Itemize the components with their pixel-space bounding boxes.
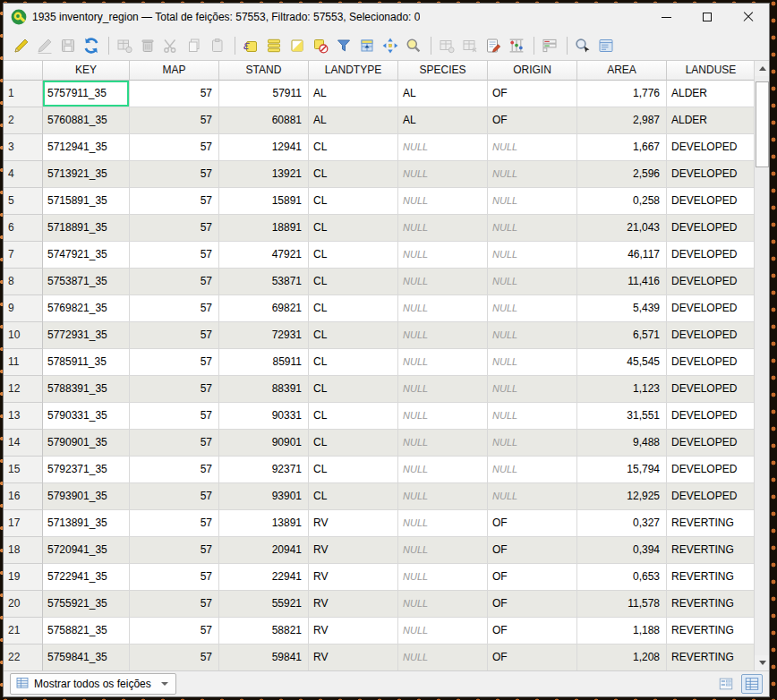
row-number[interactable]: 21 <box>4 618 43 645</box>
zoom-search-button[interactable] <box>572 35 593 56</box>
row-number[interactable]: 12 <box>4 376 43 403</box>
cell-area[interactable]: 46,117 <box>577 242 667 269</box>
cell-landuse[interactable]: DEVELOPED <box>667 269 756 295</box>
cell-map[interactable]: 57 <box>130 81 219 107</box>
cell-landuse[interactable]: DEVELOPED <box>667 430 756 457</box>
cell-landtype[interactable]: CL <box>309 483 398 510</box>
cell-area[interactable]: 6,571 <box>577 322 667 349</box>
row-number[interactable]: 20 <box>4 591 43 618</box>
close-button[interactable] <box>728 4 769 30</box>
cell-map[interactable]: 57 <box>130 483 219 510</box>
select-all-button[interactable] <box>263 35 285 56</box>
column-header-area[interactable]: AREA <box>577 61 667 81</box>
cell-landuse[interactable]: ALDER <box>667 81 756 107</box>
cell-origin[interactable]: OF <box>488 645 577 670</box>
cell-species[interactable]: NULL <box>398 295 488 322</box>
scroll-down-button[interactable] <box>755 655 769 670</box>
cell-key[interactable]: 5760881_35 <box>43 107 130 134</box>
column-header-key[interactable]: KEY <box>43 61 130 81</box>
cell-key[interactable]: 5713921_35 <box>43 161 130 188</box>
cell-stand[interactable]: 12941 <box>219 134 309 161</box>
cell-key[interactable]: 5715891_35 <box>43 188 130 215</box>
cell-species[interactable]: NULL <box>398 269 488 295</box>
vertical-scrollbar[interactable] <box>754 61 769 670</box>
cell-stand[interactable]: 57911 <box>219 81 309 107</box>
cell-key[interactable]: 5793901_35 <box>43 483 130 510</box>
row-number[interactable]: 11 <box>4 349 43 376</box>
cell-stand[interactable]: 55921 <box>219 591 309 618</box>
cell-map[interactable]: 57 <box>130 107 219 134</box>
cell-key[interactable]: 5718891_35 <box>43 215 130 242</box>
cell-area[interactable]: 21,043 <box>577 215 667 242</box>
cell-map[interactable]: 57 <box>130 537 219 564</box>
cell-origin[interactable]: NULL <box>488 188 577 215</box>
cell-map[interactable]: 57 <box>130 215 219 242</box>
cell-origin[interactable]: OF <box>488 564 577 591</box>
column-header-stand[interactable]: STAND <box>219 61 309 81</box>
cell-origin[interactable]: NULL <box>488 376 577 403</box>
cell-key[interactable]: 5720941_35 <box>43 537 130 564</box>
cell-landuse[interactable]: REVERTING <box>667 645 756 670</box>
cell-map[interactable]: 57 <box>130 134 219 161</box>
cell-area[interactable]: 1,667 <box>577 134 667 161</box>
cell-stand[interactable]: 72931 <box>219 322 309 349</box>
cell-landtype[interactable]: RV <box>309 591 398 618</box>
cell-landuse[interactable]: DEVELOPED <box>667 457 756 483</box>
row-number[interactable]: 2 <box>4 107 43 134</box>
row-number[interactable]: 3 <box>4 134 43 161</box>
cell-origin[interactable]: NULL <box>488 430 577 457</box>
row-number[interactable]: 5 <box>4 188 43 215</box>
cell-area[interactable]: 1,208 <box>577 645 667 670</box>
cell-landtype[interactable]: RV <box>309 537 398 564</box>
row-number[interactable]: 1 <box>4 81 43 107</box>
cell-landuse[interactable]: REVERTING <box>667 537 756 564</box>
dock-attribute-table-button[interactable] <box>595 35 617 56</box>
cell-landtype[interactable]: CL <box>309 134 398 161</box>
cell-key[interactable]: 5712941_35 <box>43 134 130 161</box>
cell-stand[interactable]: 13891 <box>219 510 309 537</box>
cell-origin[interactable]: OF <box>488 510 577 537</box>
cell-area[interactable]: 31,551 <box>577 403 667 430</box>
cell-stand[interactable]: 90331 <box>219 403 309 430</box>
cell-species[interactable]: NULL <box>398 376 488 403</box>
cell-landtype[interactable]: CL <box>309 403 398 430</box>
cell-key[interactable]: 5772931_35 <box>43 322 130 349</box>
cell-species[interactable]: NULL <box>398 161 488 188</box>
cell-species[interactable]: NULL <box>398 483 488 510</box>
cell-area[interactable]: 11,416 <box>577 269 667 295</box>
form-view-button[interactable] <box>715 674 737 694</box>
cell-origin[interactable]: NULL <box>488 295 577 322</box>
cell-map[interactable]: 57 <box>130 430 219 457</box>
cell-species[interactable]: AL <box>398 81 488 107</box>
cell-key[interactable]: 5769821_35 <box>43 295 130 322</box>
column-header-origin[interactable]: ORIGIN <box>488 61 577 81</box>
cell-key[interactable]: 5755921_35 <box>43 591 130 618</box>
column-header-landtype[interactable]: LANDTYPE <box>309 61 398 81</box>
cell-species[interactable]: NULL <box>398 430 488 457</box>
cell-stand[interactable]: 92371 <box>219 457 309 483</box>
cell-landtype[interactable]: CL <box>309 215 398 242</box>
cell-landtype[interactable]: CL <box>309 430 398 457</box>
cell-landuse[interactable]: DEVELOPED <box>667 215 756 242</box>
cell-landuse[interactable]: DEVELOPED <box>667 483 756 510</box>
cell-area[interactable]: 45,545 <box>577 349 667 376</box>
feature-filter-dropdown[interactable]: Mostrar todos os feições <box>10 673 176 695</box>
maximize-button[interactable] <box>687 4 728 30</box>
cell-species[interactable]: NULL <box>398 403 488 430</box>
cell-origin[interactable]: NULL <box>488 269 577 295</box>
cell-map[interactable]: 57 <box>130 161 219 188</box>
cell-map[interactable]: 57 <box>130 295 219 322</box>
cell-stand[interactable]: 58821 <box>219 618 309 645</box>
cell-origin[interactable]: OF <box>488 81 577 107</box>
cell-origin[interactable]: NULL <box>488 134 577 161</box>
cell-map[interactable]: 57 <box>130 618 219 645</box>
reload-table-button[interactable] <box>81 35 102 56</box>
cell-area[interactable]: 1,188 <box>577 618 667 645</box>
cell-landtype[interactable]: CL <box>309 349 398 376</box>
cell-landtype[interactable]: CL <box>309 242 398 269</box>
cell-origin[interactable]: NULL <box>488 215 577 242</box>
row-number[interactable]: 18 <box>4 537 43 564</box>
cell-species[interactable]: NULL <box>398 322 488 349</box>
cell-area[interactable]: 9,488 <box>577 430 667 457</box>
cell-origin[interactable]: OF <box>488 618 577 645</box>
